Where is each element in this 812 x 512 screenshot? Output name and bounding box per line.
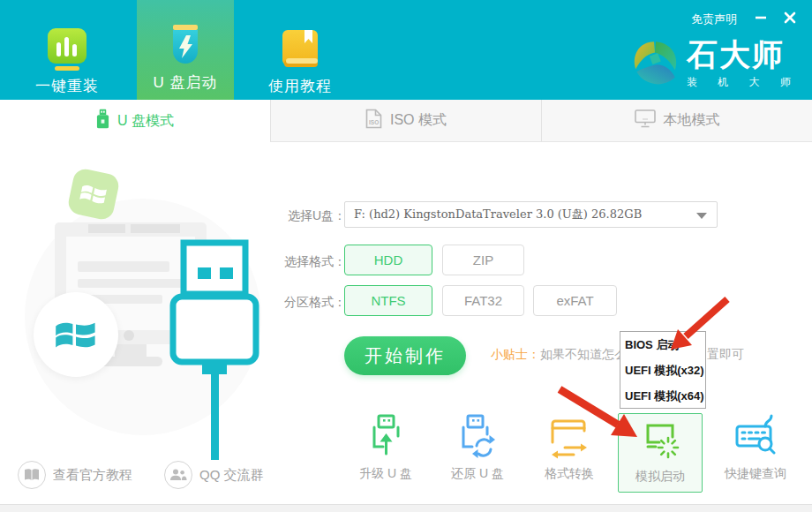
start-create-button[interactable]: 开始制作: [344, 336, 466, 375]
brand-logo-icon: [628, 37, 680, 92]
people-circle-icon: [164, 461, 192, 489]
nav-tab-tutorial[interactable]: 使用教程: [249, 0, 351, 100]
tip-text: 小贴士：如果不知道怎么配: [491, 347, 639, 363]
boot-mode-popup: BIOS 启动 UEFI 模拟(x32) UEFI 模拟(x64): [620, 331, 706, 409]
usb-drive-value: F: (hd2) KingstonDataTraveler 3.0 (U盘) 2…: [354, 207, 642, 221]
partition-option-exfat[interactable]: exFAT: [533, 285, 617, 316]
usb-restore-icon: [454, 411, 501, 461]
format-convert-icon: [545, 411, 593, 461]
title-bar: 一键重装 U 盘启动: [0, 0, 812, 100]
qq-group-link[interactable]: QQ 交流群: [164, 461, 264, 489]
iso-icon-text: ISO: [369, 119, 379, 125]
tab-local-mode[interactable]: 本地模式: [541, 100, 812, 142]
main-content: 选择U盘： F: (hd2) KingstonDataTraveler 3.0 …: [0, 142, 812, 503]
chevron-down-icon: [696, 213, 707, 219]
book-circle-icon: [18, 461, 46, 489]
close-button[interactable]: [780, 8, 800, 27]
usb-stick-icon: [96, 109, 109, 133]
tool-label: 模拟启动: [635, 469, 685, 485]
link-label: QQ 交流群: [199, 467, 264, 484]
usb-drive-select[interactable]: F: (hd2) KingstonDataTraveler 3.0 (U盘) 2…: [344, 201, 718, 228]
app-window: 一键重装 U 盘启动: [0, 0, 812, 512]
usb-upgrade-icon: [362, 411, 410, 461]
brand-logo: 石大师 装 机 大 师: [628, 37, 800, 92]
tab-label: U 盘模式: [117, 112, 174, 131]
simulate-start-icon: [636, 414, 684, 463]
format-option-zip[interactable]: ZIP: [442, 245, 524, 275]
tip-prefix: 小贴士：: [491, 347, 540, 361]
partition-option-fat32[interactable]: FAT32: [442, 285, 524, 316]
monitor-icon: [635, 109, 656, 132]
format-option-hdd[interactable]: HDD: [344, 245, 432, 275]
iso-file-icon: ISO: [365, 109, 382, 132]
tool-label: 升级 U 盘: [359, 466, 412, 482]
tool-label: 快捷键查询: [725, 466, 786, 482]
windows-logo-circle: [34, 292, 118, 377]
popup-item-uefi-x32[interactable]: UEFI 模拟(x32): [625, 358, 705, 383]
nav-tab-reinstall[interactable]: 一键重装: [16, 0, 118, 100]
tutorial-book-icon: [281, 28, 320, 72]
tab-label: 本地模式: [664, 111, 720, 130]
tip-text-tail: 置即可: [707, 347, 744, 363]
reinstall-chart-icon: [47, 28, 87, 72]
partition-option-ntfs[interactable]: NTFS: [344, 285, 432, 316]
tab-label: ISO 模式: [390, 111, 447, 130]
link-label: 查看官方教程: [53, 467, 132, 484]
format-label: 选择格式：: [284, 254, 346, 270]
popup-item-bios[interactable]: BIOS 启动: [625, 332, 705, 358]
partition-label: 分区格式：: [284, 295, 346, 311]
hotkey-query-icon: [732, 411, 779, 461]
nav-tab-label: U 盘启动: [154, 72, 218, 93]
disclaimer-link[interactable]: 免责声明: [691, 11, 737, 27]
usb-boot-shield-icon: [166, 25, 205, 69]
bottom-edge: [0, 504, 812, 512]
brand-name: 石大师: [687, 37, 800, 72]
tool-label: 格式转换: [545, 466, 594, 482]
tab-usb-mode[interactable]: U 盘模式: [0, 100, 270, 142]
tool-format-convert[interactable]: 格式转换: [525, 411, 613, 493]
usb-select-label: 选择U盘：: [284, 208, 346, 224]
tool-hotkey-query[interactable]: 快捷键查询: [711, 411, 800, 493]
official-tutorial-link[interactable]: 查看官方教程: [18, 461, 132, 489]
brand-subtitle: 装 机 大 师: [687, 75, 800, 90]
tool-restore-usb[interactable]: 还原 U 盘: [433, 411, 522, 493]
mode-tab-bar: U 盘模式 ISO ISO 模式 本地模式: [0, 100, 812, 142]
nav-tab-label: 使用教程: [268, 76, 332, 96]
tool-simulate-start[interactable]: 模拟启动: [618, 413, 703, 493]
popup-item-uefi-x64[interactable]: UEFI 模拟(x64): [625, 383, 705, 409]
tool-label: 还原 U 盘: [451, 466, 504, 482]
minimize-button[interactable]: [751, 8, 771, 27]
tab-iso-mode[interactable]: ISO ISO 模式: [270, 100, 541, 142]
tool-upgrade-usb[interactable]: 升级 U 盘: [342, 411, 430, 493]
nav-tab-usb-boot[interactable]: U 盘启动: [137, 0, 234, 100]
nav-tab-label: 一键重装: [35, 76, 99, 96]
usb-plug-illustration: [150, 230, 265, 463]
